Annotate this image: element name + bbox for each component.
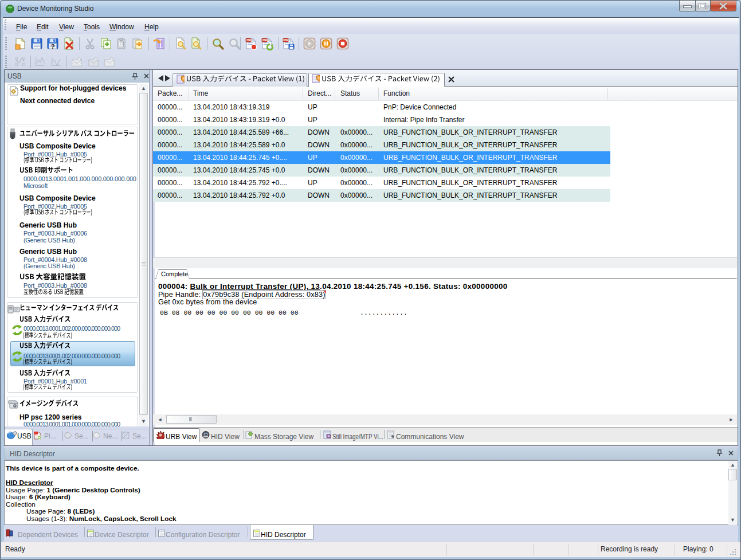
svg-text:USB: USB [283,39,289,42]
svg-text:USB: USB [262,39,268,42]
svg-text:?: ? [51,43,55,50]
svg-text:USB: USB [246,39,252,42]
